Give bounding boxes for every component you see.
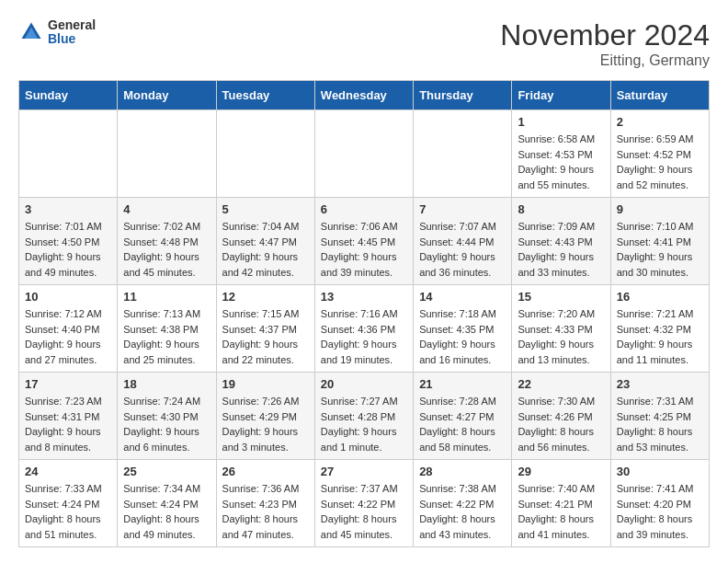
calendar-cell: 20Sunrise: 7:27 AM Sunset: 4:28 PM Dayli… bbox=[314, 373, 413, 460]
day-number: 22 bbox=[518, 377, 604, 391]
calendar-week-3: 17Sunrise: 7:23 AM Sunset: 4:31 PM Dayli… bbox=[19, 373, 710, 460]
calendar-cell: 18Sunrise: 7:24 AM Sunset: 4:30 PM Dayli… bbox=[118, 373, 216, 460]
day-detail: Sunrise: 7:10 AM Sunset: 4:41 PM Dayligh… bbox=[617, 219, 703, 280]
calendar-cell: 27Sunrise: 7:37 AM Sunset: 4:22 PM Dayli… bbox=[314, 460, 413, 547]
day-number: 13 bbox=[321, 290, 407, 304]
day-detail: Sunrise: 6:59 AM Sunset: 4:52 PM Dayligh… bbox=[617, 132, 703, 192]
day-number: 12 bbox=[222, 290, 309, 304]
day-number: 19 bbox=[222, 377, 309, 391]
day-detail: Sunrise: 7:21 AM Sunset: 4:32 PM Dayligh… bbox=[617, 306, 703, 367]
location: Eitting, Germany bbox=[500, 52, 710, 69]
day-number: 5 bbox=[222, 202, 309, 216]
calendar-cell: 19Sunrise: 7:26 AM Sunset: 4:29 PM Dayli… bbox=[216, 373, 314, 460]
calendar-cell bbox=[314, 110, 413, 198]
calendar-cell: 14Sunrise: 7:18 AM Sunset: 4:35 PM Dayli… bbox=[414, 285, 512, 373]
day-number: 15 bbox=[518, 290, 604, 304]
calendar-cell: 7Sunrise: 7:07 AM Sunset: 4:44 PM Daylig… bbox=[414, 198, 512, 285]
day-number: 6 bbox=[321, 202, 407, 216]
header-thursday: Thursday bbox=[414, 81, 512, 110]
day-detail: Sunrise: 7:18 AM Sunset: 4:35 PM Dayligh… bbox=[419, 306, 506, 367]
calendar-cell: 11Sunrise: 7:13 AM Sunset: 4:38 PM Dayli… bbox=[118, 285, 216, 373]
calendar-cell: 4Sunrise: 7:02 AM Sunset: 4:48 PM Daylig… bbox=[118, 198, 216, 285]
day-number: 20 bbox=[321, 377, 407, 391]
day-number: 9 bbox=[617, 202, 703, 216]
calendar-cell: 17Sunrise: 7:23 AM Sunset: 4:31 PM Dayli… bbox=[19, 373, 118, 460]
day-detail: Sunrise: 7:28 AM Sunset: 4:27 PM Dayligh… bbox=[419, 394, 506, 454]
day-number: 21 bbox=[419, 377, 506, 391]
calendar-cell: 21Sunrise: 7:28 AM Sunset: 4:27 PM Dayli… bbox=[414, 373, 512, 460]
day-detail: Sunrise: 7:41 AM Sunset: 4:20 PM Dayligh… bbox=[617, 481, 703, 542]
day-detail: Sunrise: 7:13 AM Sunset: 4:38 PM Dayligh… bbox=[123, 306, 210, 367]
calendar-cell bbox=[414, 110, 512, 198]
calendar-cell: 3Sunrise: 7:01 AM Sunset: 4:50 PM Daylig… bbox=[19, 198, 118, 285]
calendar-cell: 30Sunrise: 7:41 AM Sunset: 4:20 PM Dayli… bbox=[610, 460, 709, 547]
day-number: 29 bbox=[518, 465, 604, 478]
header-friday: Friday bbox=[512, 81, 610, 110]
header-monday: Monday bbox=[118, 81, 216, 110]
day-number: 25 bbox=[123, 465, 210, 478]
calendar-week-2: 10Sunrise: 7:12 AM Sunset: 4:40 PM Dayli… bbox=[19, 285, 710, 373]
day-detail: Sunrise: 7:37 AM Sunset: 4:22 PM Dayligh… bbox=[321, 481, 407, 542]
header-tuesday: Tuesday bbox=[216, 81, 314, 110]
calendar-cell: 15Sunrise: 7:20 AM Sunset: 4:33 PM Dayli… bbox=[512, 285, 610, 373]
day-number: 17 bbox=[25, 377, 111, 391]
day-detail: Sunrise: 7:24 AM Sunset: 4:30 PM Dayligh… bbox=[123, 394, 210, 454]
calendar-header-row: Sunday Monday Tuesday Wednesday Thursday… bbox=[19, 81, 710, 110]
day-number: 3 bbox=[25, 202, 111, 216]
calendar-cell: 8Sunrise: 7:09 AM Sunset: 4:43 PM Daylig… bbox=[512, 198, 610, 285]
day-number: 2 bbox=[617, 115, 703, 129]
day-detail: Sunrise: 7:02 AM Sunset: 4:48 PM Dayligh… bbox=[123, 219, 210, 280]
day-detail: Sunrise: 7:09 AM Sunset: 4:43 PM Dayligh… bbox=[518, 219, 604, 280]
calendar-cell: 12Sunrise: 7:15 AM Sunset: 4:37 PM Dayli… bbox=[216, 285, 314, 373]
day-detail: Sunrise: 6:58 AM Sunset: 4:53 PM Dayligh… bbox=[518, 132, 604, 192]
day-detail: Sunrise: 7:30 AM Sunset: 4:26 PM Dayligh… bbox=[518, 394, 604, 454]
calendar-cell: 25Sunrise: 7:34 AM Sunset: 4:24 PM Dayli… bbox=[118, 460, 216, 547]
day-number: 30 bbox=[617, 465, 703, 478]
day-detail: Sunrise: 7:36 AM Sunset: 4:23 PM Dayligh… bbox=[222, 481, 309, 542]
calendar-cell: 22Sunrise: 7:30 AM Sunset: 4:26 PM Dayli… bbox=[512, 373, 610, 460]
day-detail: Sunrise: 7:27 AM Sunset: 4:28 PM Dayligh… bbox=[321, 394, 407, 454]
calendar-week-0: 1Sunrise: 6:58 AM Sunset: 4:53 PM Daylig… bbox=[19, 110, 710, 198]
calendar-table: Sunday Monday Tuesday Wednesday Thursday… bbox=[18, 80, 710, 547]
day-detail: Sunrise: 7:06 AM Sunset: 4:45 PM Dayligh… bbox=[321, 219, 407, 280]
day-detail: Sunrise: 7:40 AM Sunset: 4:21 PM Dayligh… bbox=[518, 481, 604, 542]
day-number: 27 bbox=[321, 465, 407, 478]
calendar-cell: 24Sunrise: 7:33 AM Sunset: 4:24 PM Dayli… bbox=[19, 460, 118, 547]
day-number: 10 bbox=[25, 290, 111, 304]
day-detail: Sunrise: 7:23 AM Sunset: 4:31 PM Dayligh… bbox=[25, 394, 111, 454]
day-number: 23 bbox=[617, 377, 703, 391]
calendar-cell bbox=[216, 110, 314, 198]
day-number: 7 bbox=[419, 202, 506, 216]
calendar-cell bbox=[118, 110, 216, 198]
day-detail: Sunrise: 7:38 AM Sunset: 4:22 PM Dayligh… bbox=[419, 481, 506, 542]
header-saturday: Saturday bbox=[610, 81, 709, 110]
calendar-cell bbox=[19, 110, 118, 198]
calendar-week-4: 24Sunrise: 7:33 AM Sunset: 4:24 PM Dayli… bbox=[19, 460, 710, 547]
day-number: 4 bbox=[123, 202, 210, 216]
day-number: 14 bbox=[419, 290, 506, 304]
calendar-cell: 6Sunrise: 7:06 AM Sunset: 4:45 PM Daylig… bbox=[314, 198, 413, 285]
calendar-cell: 9Sunrise: 7:10 AM Sunset: 4:41 PM Daylig… bbox=[610, 198, 709, 285]
day-detail: Sunrise: 7:26 AM Sunset: 4:29 PM Dayligh… bbox=[222, 394, 309, 454]
page: General Blue November 2024 Eitting, Germ… bbox=[0, 0, 728, 563]
day-number: 8 bbox=[518, 202, 604, 216]
header-sunday: Sunday bbox=[19, 81, 118, 110]
header-wednesday: Wednesday bbox=[314, 81, 413, 110]
day-number: 1 bbox=[518, 115, 604, 129]
month-title: November 2024 bbox=[500, 18, 710, 52]
day-detail: Sunrise: 7:16 AM Sunset: 4:36 PM Dayligh… bbox=[321, 306, 407, 367]
calendar-cell: 28Sunrise: 7:38 AM Sunset: 4:22 PM Dayli… bbox=[414, 460, 512, 547]
logo-blue-text: Blue bbox=[48, 32, 96, 46]
day-number: 24 bbox=[25, 465, 111, 478]
calendar-cell: 29Sunrise: 7:40 AM Sunset: 4:21 PM Dayli… bbox=[512, 460, 610, 547]
calendar-cell: 2Sunrise: 6:59 AM Sunset: 4:52 PM Daylig… bbox=[610, 110, 709, 198]
calendar-cell: 1Sunrise: 6:58 AM Sunset: 4:53 PM Daylig… bbox=[512, 110, 610, 198]
header: General Blue November 2024 Eitting, Germ… bbox=[18, 18, 710, 69]
calendar-cell: 13Sunrise: 7:16 AM Sunset: 4:36 PM Dayli… bbox=[314, 285, 413, 373]
day-detail: Sunrise: 7:01 AM Sunset: 4:50 PM Dayligh… bbox=[25, 219, 111, 280]
day-number: 16 bbox=[617, 290, 703, 304]
title-section: November 2024 Eitting, Germany bbox=[500, 18, 710, 69]
calendar-cell: 23Sunrise: 7:31 AM Sunset: 4:25 PM Dayli… bbox=[610, 373, 709, 460]
calendar-cell: 10Sunrise: 7:12 AM Sunset: 4:40 PM Dayli… bbox=[19, 285, 118, 373]
calendar-cell: 16Sunrise: 7:21 AM Sunset: 4:32 PM Dayli… bbox=[610, 285, 709, 373]
